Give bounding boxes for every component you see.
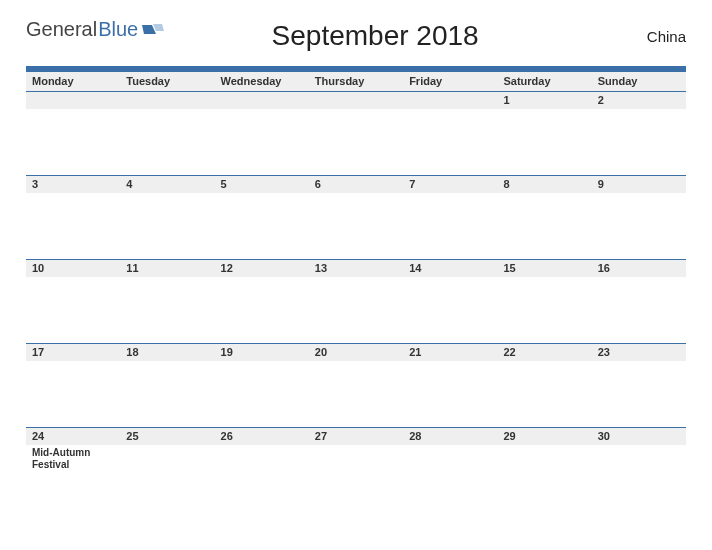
date-cell	[120, 109, 214, 176]
date-number: 8	[497, 176, 591, 193]
date-cell	[497, 445, 591, 512]
date-cell	[403, 193, 497, 260]
brand-part1: General	[26, 18, 97, 41]
date-number: 19	[215, 344, 309, 361]
date-number: 21	[403, 344, 497, 361]
event: Mid-Autumn Festival	[32, 447, 114, 471]
date-number: 12	[215, 260, 309, 277]
date-number: 1	[497, 92, 591, 109]
date-number: 29	[497, 428, 591, 445]
weekday-header: Monday	[26, 72, 120, 91]
date-cell	[403, 445, 497, 512]
date-cell	[592, 445, 686, 512]
date-cell	[215, 445, 309, 512]
date-number: 27	[309, 428, 403, 445]
date-cell	[120, 445, 214, 512]
date-body-row: Mid-Autumn Festival	[26, 445, 686, 512]
date-number: 3	[26, 176, 120, 193]
date-cell	[309, 277, 403, 344]
date-cell	[592, 109, 686, 176]
date-number: 4	[120, 176, 214, 193]
date-cell	[215, 361, 309, 428]
date-cell	[26, 361, 120, 428]
weekday-header: Saturday	[497, 72, 591, 91]
date-cell	[26, 109, 120, 176]
weekday-header: Wednesday	[215, 72, 309, 91]
date-number: 9	[592, 176, 686, 193]
calendar-title: September 2018	[164, 20, 586, 52]
date-cell	[309, 445, 403, 512]
date-cell	[592, 361, 686, 428]
date-band: 1 2	[26, 92, 686, 109]
date-cell	[309, 361, 403, 428]
date-number: 16	[592, 260, 686, 277]
week-row: 24 25 26 27 28 29 30 Mid-Autumn Festival	[26, 427, 686, 511]
week-row: 17 18 19 20 21 22 23	[26, 343, 686, 427]
brand-mark-icon	[142, 20, 164, 43]
date-number: 20	[309, 344, 403, 361]
date-number: 11	[120, 260, 214, 277]
week-row: 1 2	[26, 91, 686, 175]
week-row: 10 11 12 13 14 15 16	[26, 259, 686, 343]
date-number: 24	[26, 428, 120, 445]
date-cell	[120, 193, 214, 260]
date-number: 2	[592, 92, 686, 109]
calendar-header: General Blue September 2018 China	[26, 18, 686, 52]
date-number	[403, 92, 497, 109]
date-cell	[26, 277, 120, 344]
weekday-header: Sunday	[592, 72, 686, 91]
date-cell	[26, 193, 120, 260]
date-band: 24 25 26 27 28 29 30	[26, 428, 686, 445]
date-cell	[120, 361, 214, 428]
date-cell	[309, 109, 403, 176]
date-number: 7	[403, 176, 497, 193]
date-number: 30	[592, 428, 686, 445]
country-label: China	[586, 28, 686, 45]
date-cell	[497, 109, 591, 176]
date-band: 10 11 12 13 14 15 16	[26, 260, 686, 277]
date-number: 5	[215, 176, 309, 193]
date-cell	[403, 109, 497, 176]
date-number: 17	[26, 344, 120, 361]
date-number: 23	[592, 344, 686, 361]
date-body-row	[26, 361, 686, 428]
date-cell	[403, 277, 497, 344]
date-number: 10	[26, 260, 120, 277]
date-number	[215, 92, 309, 109]
date-number: 13	[309, 260, 403, 277]
date-number: 25	[120, 428, 214, 445]
date-cell	[120, 277, 214, 344]
date-body-row	[26, 193, 686, 260]
date-body-row	[26, 277, 686, 344]
date-number: 6	[309, 176, 403, 193]
date-number	[120, 92, 214, 109]
date-cell	[497, 277, 591, 344]
date-number: 22	[497, 344, 591, 361]
brand-logo: General Blue	[26, 18, 164, 43]
date-number: 14	[403, 260, 497, 277]
week-row: 3 4 5 6 7 8 9	[26, 175, 686, 259]
date-number: 28	[403, 428, 497, 445]
date-cell	[215, 109, 309, 176]
date-cell	[497, 193, 591, 260]
date-cell	[592, 277, 686, 344]
brand-part2: Blue	[98, 18, 138, 41]
date-cell	[497, 361, 591, 428]
date-cell	[309, 193, 403, 260]
date-number: 18	[120, 344, 214, 361]
date-number	[26, 92, 120, 109]
date-band: 3 4 5 6 7 8 9	[26, 176, 686, 193]
weekday-header: Thursday	[309, 72, 403, 91]
date-body-row	[26, 109, 686, 176]
date-cell	[592, 193, 686, 260]
weekday-header-row: Monday Tuesday Wednesday Thursday Friday…	[26, 72, 686, 91]
date-band: 17 18 19 20 21 22 23	[26, 344, 686, 361]
date-number: 15	[497, 260, 591, 277]
date-cell	[215, 277, 309, 344]
date-number: 26	[215, 428, 309, 445]
date-cell	[215, 193, 309, 260]
weekday-header: Friday	[403, 72, 497, 91]
date-cell: Mid-Autumn Festival	[26, 445, 120, 512]
weekday-header: Tuesday	[120, 72, 214, 91]
date-number	[309, 92, 403, 109]
